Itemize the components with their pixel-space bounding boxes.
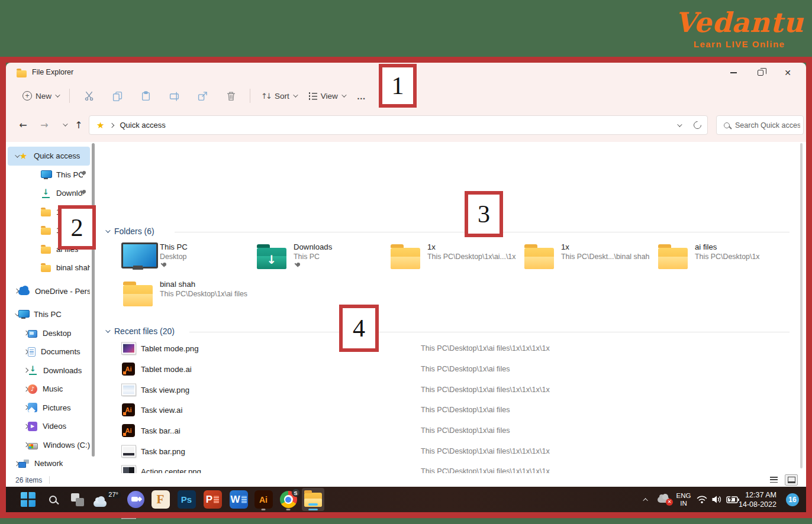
more-options-button[interactable]: … — [351, 86, 372, 106]
sidebar-item-label: OneDrive - Perso — [35, 287, 90, 296]
sidebar-item-binal-shah[interactable]: binal shah — [8, 258, 90, 277]
sort-button[interactable]: ↑↓ Sort — [255, 86, 302, 106]
copy-icon — [112, 91, 123, 101]
recent-files-section-title: Recent files (20) — [114, 326, 175, 336]
start-button[interactable] — [17, 488, 39, 511]
file-explorer-icon — [304, 493, 322, 507]
task-view-icon — [71, 493, 84, 506]
close-button[interactable]: ✕ — [774, 63, 801, 83]
sidebar-item-downloads[interactable]: ↓Downloads — [8, 184, 90, 203]
new-button[interactable]: + New — [17, 86, 65, 106]
share-button[interactable] — [188, 86, 217, 106]
folder-tile-name: 1x — [427, 242, 515, 252]
recent-file-name: Task view.png — [141, 385, 189, 394]
chat-button[interactable] — [124, 488, 147, 511]
folder-icon — [391, 248, 420, 269]
language-indicator[interactable]: ENG IN — [674, 487, 694, 512]
chrome-button[interactable]: S — [277, 488, 299, 511]
sidebar-item-onedrive-perso[interactable]: OneDrive - Perso — [8, 282, 90, 301]
search-input[interactable] — [735, 121, 800, 130]
window-body: ★Quick accessThis PC↓Downloads1x1xai fil… — [6, 142, 806, 473]
speaker-icon — [711, 495, 723, 504]
folder-tile-location: This PC — [294, 252, 332, 261]
chevron-down-icon[interactable] — [677, 122, 682, 127]
weather-temperature: 27° — [106, 490, 121, 499]
folder-tile-ai-files[interactable]: ai filesThis PC\Desktop\1x — [656, 242, 788, 269]
recent-file-row-tablet-mode-ai[interactable]: AiTablet mode.aiThis PC\Desktop\1x\ai fi… — [6, 359, 806, 380]
minimize-button[interactable] — [720, 63, 747, 83]
folder-tile-downloads[interactable]: ↓DownloadsThis PC — [255, 242, 386, 272]
recent-files-section-header[interactable]: Recent files (20) — [105, 326, 175, 336]
folders-section-title: Folders (6) — [114, 227, 154, 236]
ai-file-icon: Ai — [122, 403, 135, 416]
word-button[interactable]: W — [227, 488, 250, 511]
recent-file-name: Task view.ai — [141, 406, 182, 415]
back-button[interactable]: ← — [14, 116, 32, 134]
cut-button[interactable] — [75, 86, 103, 106]
large-icons-view-button[interactable] — [785, 474, 798, 486]
address-bar-row: ← → ↑ ★ Quick access — [6, 109, 806, 142]
rename-button[interactable] — [160, 86, 188, 106]
f-app-button[interactable]: F — [149, 488, 172, 511]
vedantu-logo: Vedantu Learn LIVE Online — [675, 7, 804, 49]
pin-icon — [79, 190, 86, 197]
folder-tile-this-pc[interactable]: This PCDesktop — [121, 242, 253, 272]
task-view-button[interactable] — [66, 488, 89, 511]
photoshop-icon: Ps — [178, 490, 196, 509]
powerpoint-button[interactable]: P — [201, 488, 224, 511]
sidebar-item-this-pc[interactable]: This PC — [8, 305, 90, 324]
folder-tile-name: This PC — [160, 242, 188, 252]
folder-tile-1x[interactable]: 1xThis PC\Deskt...\binal shah — [523, 242, 654, 269]
paste-button[interactable] — [131, 86, 160, 106]
wifi-tray-icon[interactable] — [695, 487, 709, 512]
folder-tile-location: This PC\Desktop\1x — [695, 252, 760, 261]
notification-center-button[interactable]: 16 — [785, 487, 800, 512]
recent-file-row-task-view-ai[interactable]: AiTask view.aiThis PC\Desktop\1x\ai file… — [6, 400, 806, 421]
sidebar-item-label: Desktop — [43, 329, 71, 338]
cloud-icon — [18, 289, 30, 295]
folder-tile-name: ai files — [695, 242, 760, 252]
new-button-label: New — [36, 92, 51, 101]
onedrive-tray-icon[interactable]: ✕ — [655, 487, 672, 512]
folder-tile-1x[interactable]: 1xThis PC\Desktop\1x\ai...\1x — [389, 242, 520, 269]
recent-file-path: This PC\Desktop\1x\ai files — [421, 365, 510, 373]
volume-tray-icon[interactable] — [709, 487, 724, 512]
annotation-label: 1 — [392, 72, 404, 100]
chevron-down-icon — [105, 328, 110, 332]
delete-button[interactable] — [217, 86, 245, 106]
recent-file-row-task-view-png[interactable]: Task view.pngThis PC\Desktop\1x\ai files… — [6, 379, 806, 400]
download-arrow-icon: ↓ — [257, 253, 286, 267]
details-view-button[interactable] — [767, 474, 780, 486]
chrome-icon: S — [280, 491, 297, 508]
sort-button-label: Sort — [275, 92, 289, 101]
sidebar-item-quick-access[interactable]: ★Quick access — [8, 147, 90, 166]
taskbar-search-button[interactable] — [41, 488, 64, 511]
recent-file-row-task-bar-ai[interactable]: AiTask bar..aiThis PC\Desktop\1x\ai file… — [6, 421, 806, 441]
forward-button[interactable]: → — [36, 116, 53, 134]
copy-button[interactable] — [103, 86, 131, 106]
vedantu-brand-text: Vedantu — [675, 7, 804, 38]
breadcrumb[interactable]: Quick access — [120, 121, 165, 130]
notification-count-badge: 16 — [786, 493, 799, 506]
restore-button[interactable] — [747, 63, 774, 83]
folders-section-header[interactable]: Folders (6) — [105, 227, 154, 236]
folder-icon — [41, 209, 51, 216]
running-indicator — [286, 509, 291, 510]
up-button[interactable]: ↑ — [70, 116, 88, 134]
breadcrumb-bar[interactable]: ★ Quick access — [89, 115, 708, 135]
weather-widget[interactable]: 27° — [90, 488, 122, 511]
f-app-icon: F — [152, 490, 170, 509]
file-explorer-button[interactable] — [302, 488, 324, 511]
recent-file-row-task-bar-png[interactable]: Task bar.pngThis PC\Desktop\1x\ai files\… — [6, 441, 806, 461]
clock[interactable]: 12:37 AM 14-08-2022 — [733, 487, 782, 512]
hidden-icons-button[interactable] — [639, 487, 653, 512]
search-box[interactable] — [716, 115, 804, 135]
chevron-down-icon — [341, 92, 346, 97]
folder-tile-binal-shah[interactable]: binal shahThis PC\Desktop\1x\ai files — [121, 280, 253, 306]
illustrator-button[interactable]: Ai — [252, 488, 275, 511]
refresh-icon[interactable] — [692, 119, 703, 130]
recent-file-row-tablet-mode-png[interactable]: Tablet mode.pngThis PC\Desktop\1x\ai fil… — [6, 338, 806, 359]
photoshop-button[interactable]: Ps — [175, 488, 198, 511]
sidebar-item-this-pc[interactable]: This PC — [8, 166, 90, 185]
view-button[interactable]: View — [302, 86, 351, 106]
